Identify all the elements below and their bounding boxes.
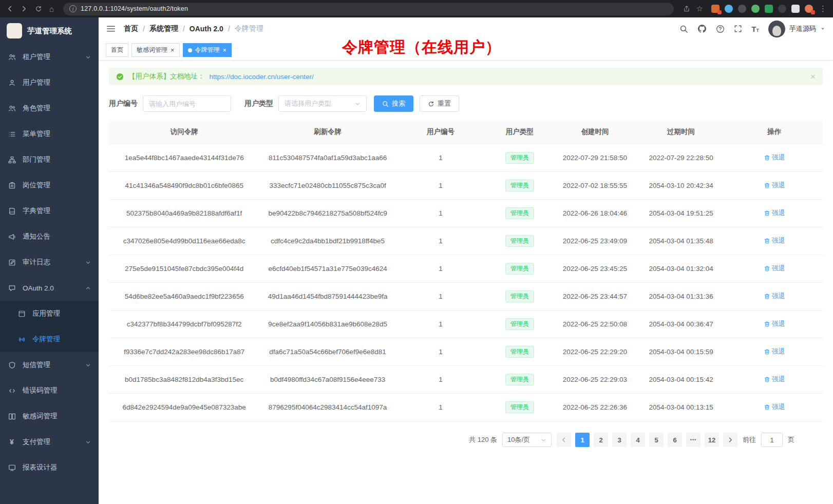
breadcrumb-item: 令牌管理: [235, 24, 263, 33]
forward-icon[interactable]: [21, 5, 28, 12]
force-logout-button[interactable]: 强退: [764, 319, 785, 328]
sidebar-item-role[interactable]: 角色管理: [0, 95, 99, 121]
extension-black-paw-icon[interactable]: [778, 5, 786, 13]
sidebar-item-sms[interactable]: 短信管理: [0, 352, 99, 378]
breadcrumb-item[interactable]: 系统管理: [149, 24, 178, 33]
extension-teal-puzzle-icon[interactable]: [765, 5, 773, 13]
font-size-icon[interactable]: TT: [751, 25, 759, 33]
breadcrumb-item[interactable]: 首页: [124, 24, 138, 33]
sidebar-item-notice[interactable]: 通知公告: [0, 224, 99, 249]
menu-icon: [8, 130, 16, 138]
sidebar-item-post[interactable]: 岗位管理: [0, 172, 99, 198]
share-icon[interactable]: [683, 5, 690, 12]
created-time-cell: 2022-06-25 22:50:08: [554, 311, 636, 338]
browser-menu-icon[interactable]: ⋮: [819, 4, 827, 13]
chevron-down-icon: [85, 362, 91, 368]
help-icon[interactable]: [716, 25, 725, 33]
extension-blue-icon[interactable]: [725, 5, 733, 13]
force-logout-button[interactable]: 强退: [764, 347, 785, 356]
extension-darkgray-icon[interactable]: [738, 5, 746, 13]
menu-fold-icon[interactable]: [106, 25, 116, 33]
action-cell: 强退: [726, 394, 823, 421]
alert-close-icon[interactable]: ×: [810, 72, 816, 81]
created-time-cell: 2022-07-29 21:58:50: [554, 144, 636, 172]
refresh-token-cell: 8796295f04064c2983414cc54af1097a: [259, 394, 395, 421]
force-logout-button[interactable]: 强退: [764, 402, 785, 412]
post-icon: [8, 182, 16, 189]
force-logout-button[interactable]: 强退: [764, 264, 785, 273]
next-page-button[interactable]: [723, 433, 737, 447]
reset-button[interactable]: 重置: [420, 95, 459, 112]
profile-avatar-icon[interactable]: [805, 5, 813, 13]
refresh-token-cell: 811c530487574fa0af1a59d3abc1aa66: [259, 144, 395, 172]
bookmark-star-icon[interactable]: ☆: [696, 4, 703, 13]
sidebar-item-dept[interactable]: 部门管理: [0, 147, 99, 172]
close-icon[interactable]: ×: [223, 47, 227, 53]
force-logout-button[interactable]: 强退: [764, 208, 785, 218]
doc-link[interactable]: https://doc.iocoder.cn/user-center/: [210, 73, 314, 81]
more-pages-button[interactable]: •••: [686, 433, 701, 447]
sidebar-item-oauth2-token[interactable]: 令牌管理: [0, 326, 99, 352]
user-id-input[interactable]: [143, 95, 231, 112]
search-icon[interactable]: [679, 25, 688, 33]
back-icon[interactable]: [6, 5, 13, 12]
action-cell: 强退: [726, 144, 823, 172]
prev-page-button[interactable]: [557, 433, 571, 447]
close-icon[interactable]: ×: [171, 47, 175, 53]
tab-oauth2-token[interactable]: 令牌管理×: [183, 43, 232, 57]
sidebar-item-user[interactable]: 用户管理: [0, 70, 99, 95]
force-logout-button[interactable]: 强退: [764, 375, 785, 384]
sidebar-item-audit-log[interactable]: 审计日志: [0, 249, 99, 275]
home-icon[interactable]: ⌂: [49, 5, 54, 13]
breadcrumb-separator: /: [228, 25, 230, 33]
sidebar-item-pay[interactable]: ¥支付管理: [0, 429, 99, 455]
page-button-6[interactable]: 6: [668, 433, 682, 447]
sidebar-item-error-code[interactable]: 错误码管理: [0, 378, 99, 403]
force-logout-label: 强退: [772, 347, 785, 356]
sidebar-item-label: OAuth 2.0: [23, 284, 54, 292]
chevron-down-icon: [85, 260, 91, 265]
info-icon[interactable]: i: [69, 5, 77, 12]
extension-green-icon[interactable]: [751, 5, 760, 13]
user-type-cell: 管理员: [485, 311, 554, 338]
page-button-4[interactable]: 4: [631, 433, 645, 447]
fullscreen-icon[interactable]: [734, 25, 742, 33]
address-bar[interactable]: i 127.0.0.1:1024/system/oauth2/token: [63, 3, 673, 15]
pagination: 共 120 条 10条/页 123456•••12 前往 页: [109, 433, 794, 447]
dict-icon: [8, 207, 16, 215]
user-id-cell: 1: [396, 172, 486, 200]
page-size-select[interactable]: 10条/页: [502, 433, 552, 447]
force-logout-button[interactable]: 强退: [764, 236, 785, 245]
page-button-3[interactable]: 3: [612, 433, 627, 447]
sidebar-item-tenant[interactable]: 租户管理: [0, 44, 99, 70]
user-type-select[interactable]: 请选择用户类型: [278, 95, 367, 112]
user-menu[interactable]: 芋道源码: [768, 21, 825, 37]
sidebar-item-sensitive-word[interactable]: 敏感词管理: [0, 403, 99, 429]
goto-page-input[interactable]: [761, 433, 783, 447]
reload-icon[interactable]: [35, 5, 42, 12]
app-logo-area: 芋道管理系统: [0, 17, 99, 44]
extension-orange-icon[interactable]: [711, 5, 720, 13]
page-button-1[interactable]: 1: [575, 433, 590, 447]
page-button-5[interactable]: 5: [649, 433, 664, 447]
sidebar-item-oauth2-app[interactable]: 应用管理: [0, 301, 99, 326]
force-logout-button[interactable]: 强退: [764, 153, 785, 162]
extension-light-split-icon[interactable]: [791, 5, 800, 13]
sidebar-item-menu[interactable]: 菜单管理: [0, 121, 99, 147]
breadcrumb-item[interactable]: OAuth 2.0: [190, 25, 223, 33]
page-button-2[interactable]: 2: [594, 433, 608, 447]
search-button[interactable]: 搜索: [374, 95, 413, 112]
github-icon[interactable]: [697, 24, 707, 33]
table-row: c347026e805e4d99b0d116eae66eda8ccdfc4ce9…: [109, 227, 823, 255]
sidebar-item-dict[interactable]: 字典管理: [0, 198, 99, 224]
force-logout-button[interactable]: 强退: [764, 181, 785, 190]
sidebar-item-report-designer[interactable]: 报表设计器: [0, 455, 99, 480]
tab-home[interactable]: 首页: [106, 43, 128, 57]
report-icon: [8, 464, 16, 472]
sidebar-item-oauth2[interactable]: OAuth 2.0: [0, 275, 99, 301]
force-logout-button[interactable]: 强退: [764, 292, 785, 301]
page-button-12[interactable]: 12: [705, 433, 719, 447]
tab-sensitive-word[interactable]: 敏感词管理×: [131, 43, 180, 57]
chevron-up-icon: [85, 285, 91, 291]
action-cell: 强退: [726, 255, 823, 283]
